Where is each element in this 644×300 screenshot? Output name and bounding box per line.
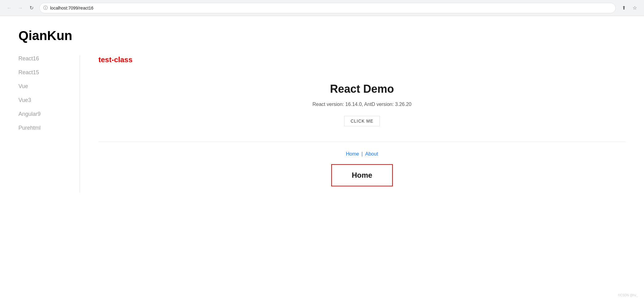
sidebar: React16 React15 Vue Vue3 Angular9 Pureht… [18,55,80,193]
nav-links: Home | About [98,151,626,157]
info-icon: ⓘ [43,5,48,11]
click-me-button[interactable]: CLICK ME [344,116,380,126]
address-bar[interactable]: ⓘ localhost:7099/react16 [39,3,616,13]
app-title: QianKun [18,28,626,43]
main-layout: React16 React15 Vue Vue3 Angular9 Pureht… [18,55,626,193]
browser-toolbar: ← → ↻ ⓘ localhost:7099/react16 ⬆ ☆ [0,0,644,16]
sidebar-item-react15[interactable]: React15 [18,69,67,76]
sidebar-item-vue[interactable]: Vue [18,83,67,90]
share-button[interactable]: ⬆ [619,4,628,12]
url-display: localhost:7099/react16 [50,6,612,10]
home-box: Home [331,164,393,186]
sidebar-item-purehtml[interactable]: Purehtml [18,125,67,131]
react-demo-title: React Demo [98,83,626,95]
browser-action-buttons: ⬆ ☆ [619,4,639,12]
back-button[interactable]: ← [5,4,14,12]
section-divider [98,142,626,142]
about-nav-link[interactable]: About [365,151,378,157]
page-content: QianKun React16 React15 Vue Vue3 Angular… [0,16,644,205]
reload-button[interactable]: ↻ [27,4,36,12]
content-area: test-class React Demo React version: 16.… [80,55,626,193]
home-display-container: Home [98,164,626,186]
nav-buttons: ← → ↻ [5,4,36,12]
react-version-text: React version: 16.14.0, AntD version: 3.… [98,102,626,107]
forward-button[interactable]: → [16,4,25,12]
react-demo-section: React Demo React version: 16.14.0, AntD … [98,76,626,193]
sidebar-item-vue3[interactable]: Vue3 [18,97,67,103]
nav-separator: | [361,151,363,157]
bookmark-button[interactable]: ☆ [630,4,639,12]
test-class-label: test-class [98,55,626,64]
home-nav-link[interactable]: Home [346,151,359,157]
sidebar-item-react16[interactable]: React16 [18,55,67,62]
sidebar-item-angular9[interactable]: Angular9 [18,111,67,117]
